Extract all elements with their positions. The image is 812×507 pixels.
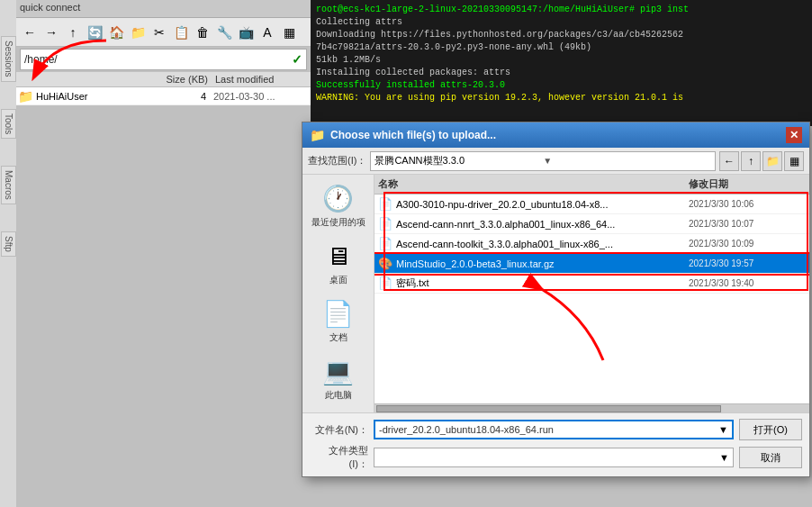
- filename-row: 文件名(N)： -driver_20.2.0_ubuntu18.04-x86_6…: [310, 419, 802, 440]
- nav-back-button[interactable]: ←: [719, 151, 739, 171]
- dialog-title-icon: 📁: [310, 128, 325, 142]
- table-row[interactable]: 📄 Ascend-cann-toolkit_3.3.0.alpha001_lin…: [374, 234, 809, 254]
- computer-label: 此电脑: [325, 389, 352, 402]
- column-size-header[interactable]: Size (KB): [149, 74, 212, 85]
- nav-new-folder-button[interactable]: 📁: [762, 151, 782, 171]
- open-button[interactable]: 打开(O): [739, 419, 802, 440]
- new-folder-button[interactable]: 📁: [128, 23, 148, 42]
- home-button[interactable]: 🏠: [106, 23, 126, 42]
- terminal-line-7: Successfully installed attrs-20.3.0: [316, 79, 807, 92]
- header-date: 修改日期: [689, 177, 806, 191]
- file-list-header: Size (KB) Last modified: [16, 72, 311, 87]
- file-date: 2021/3/30 10:07: [689, 219, 806, 229]
- up-button[interactable]: ↑: [63, 23, 83, 42]
- rename-button[interactable]: A: [257, 23, 277, 42]
- file-date: 2021/3/30 19:40: [689, 278, 806, 288]
- view-button[interactable]: ▦: [279, 23, 299, 42]
- terminal-line-5: 51kb 1.2MB/s: [316, 54, 807, 67]
- address-text: /home/: [24, 53, 58, 66]
- sidebar-item-macros[interactable]: Macros: [1, 166, 16, 204]
- documents-label: 文档: [329, 331, 347, 344]
- shortcut-documents[interactable]: 📄 文档: [306, 297, 371, 344]
- terminal-line-1: root@ecs-kc1-large-2-linux-2021033009514…: [316, 4, 807, 16]
- file-name: MindStudio_2.0.0-beta3_linux.tar.gz: [396, 258, 689, 269]
- table-row[interactable]: 📄 Ascend-cann-nnrt_3.3.0.alpha001_linux-…: [374, 214, 809, 234]
- back-button[interactable]: ←: [20, 23, 40, 42]
- file-icon: 📄: [378, 217, 392, 231]
- horizontal-scrollbar[interactable]: [374, 403, 809, 412]
- terminal-line-6: Installing collected packages: attrs: [316, 67, 807, 79]
- recent-icon: 🕐: [322, 182, 355, 214]
- upload-dialog: 📁 Choose which file(s) to upload... ✕ 查找…: [302, 122, 810, 477]
- filetype-combo[interactable]: ▼: [374, 448, 734, 467]
- dialog-close-button[interactable]: ✕: [786, 127, 802, 143]
- left-toolbar: ← → ↑ 🔄 🏠 📁 ✂ 📋 🗑 🔧 📺 A ▦: [16, 18, 311, 47]
- address-bar[interactable]: /home/ ✓: [20, 49, 307, 70]
- dialog-toolbar: 查找范围(I)： 景腾CANN模型3.3.0 ▼ ← ↑ 📁 ▦: [302, 148, 809, 175]
- mindstudio-file-icon: 🎨: [378, 257, 392, 270]
- file-date: 2021/3/30 10:06: [689, 199, 806, 209]
- left-file-panel: quick connect ← → ↑ 🔄 🏠 📁 ✂ 📋 🗑 🔧 📺 A ▦ …: [16, 0, 311, 507]
- sidebar-item-tools[interactable]: Tools: [1, 109, 16, 139]
- file-name: A300-3010-npu-driver_20.2.0_ubuntu18.04-…: [396, 199, 689, 210]
- sidebar-item-sessions[interactable]: Sessions: [1, 36, 16, 82]
- recent-label: 最近使用的项: [311, 216, 365, 229]
- copy-button[interactable]: 📋: [171, 23, 191, 42]
- dialog-body: 🕐 最近使用的项 🖥 桌面 📄 文档 💻 此电脑 名称 修改日期: [302, 175, 809, 412]
- filetype-dropdown-icon: ▼: [719, 452, 729, 463]
- filetype-label: 文件类型(I)：: [310, 444, 368, 471]
- shortcut-computer[interactable]: 💻 此电脑: [306, 355, 371, 402]
- table-row[interactable]: 📄 A300-3010-npu-driver_20.2.0_ubuntu18.0…: [374, 195, 809, 214]
- cancel-button[interactable]: 取消: [739, 447, 802, 468]
- file-list-content: 📄 A300-3010-npu-driver_20.2.0_ubuntu18.0…: [374, 195, 809, 403]
- nav-up-button[interactable]: ↑: [741, 151, 761, 171]
- forward-button[interactable]: →: [41, 23, 61, 42]
- file-name: 密码.txt: [396, 276, 689, 290]
- nav-view-button[interactable]: ▦: [784, 151, 804, 171]
- location-combo[interactable]: 景腾CANN模型3.3.0 ▼: [370, 151, 716, 171]
- location-value: 景腾CANN模型3.3.0: [374, 154, 543, 167]
- computer-icon: 💻: [322, 355, 355, 387]
- column-name-header: [16, 74, 149, 85]
- combo-arrow-icon: ▼: [543, 156, 711, 166]
- terminal-panel: root@ecs-kc1-large-2-linux-2021033009514…: [311, 0, 812, 126]
- nav-buttons: ← ↑ 📁 ▦: [719, 151, 804, 171]
- shortcut-recent[interactable]: 🕐 最近使用的项: [306, 182, 371, 229]
- file-name: Ascend-cann-toolkit_3.3.0.alpha001_linux…: [396, 239, 689, 249]
- dialog-footer: 文件名(N)： -driver_20.2.0_ubuntu18.04-x86_6…: [302, 412, 809, 476]
- dialog-title: Choose which file(s) to upload...: [330, 129, 496, 141]
- file-name: 📁 HuHiAiUser: [18, 89, 147, 104]
- scrollbar-thumb[interactable]: [376, 405, 721, 412]
- table-row-selected[interactable]: 🎨 MindStudio_2.0.0-beta3_linux.tar.gz 20…: [374, 254, 809, 274]
- app-title: quick connect: [16, 0, 311, 18]
- documents-icon: 📄: [322, 297, 355, 330]
- properties-button[interactable]: 🔧: [214, 23, 234, 42]
- terminal-line-4: 7b4c79821a/attrs-20.3.0-py2.py3-none-any…: [316, 41, 807, 54]
- filetype-row: 文件类型(I)： ▼ 取消: [310, 444, 802, 471]
- refresh-button[interactable]: 🔄: [85, 23, 104, 42]
- terminal-line-2: Collecting attrs: [316, 16, 807, 29]
- column-modified-header[interactable]: Last modified: [212, 74, 311, 85]
- app-title-text: quick connect: [20, 2, 80, 13]
- desktop-label: 桌面: [329, 274, 347, 286]
- filename-input[interactable]: -driver_20.2.0_ubuntu18.04-x86_64.run ▼: [374, 420, 734, 439]
- terminal-line-3: Downloading https://files.pythonhosted.o…: [316, 29, 807, 41]
- sidebar-item-sftp[interactable]: Sftp: [1, 231, 16, 257]
- filename-dropdown-icon: ▼: [718, 424, 728, 435]
- delete-button[interactable]: 🗑: [193, 23, 212, 42]
- header-name: 名称: [378, 177, 689, 191]
- file-icon: 📄: [378, 197, 392, 211]
- file-list-header: 名称 修改日期: [374, 175, 809, 195]
- location-label: 查找范围(I)：: [308, 154, 366, 167]
- file-modified: 2021-03-30 ...: [210, 91, 309, 102]
- file-icon: 📄: [378, 276, 392, 290]
- terminal-button[interactable]: 📺: [236, 23, 256, 42]
- desktop-icon: 🖥: [322, 240, 355, 272]
- table-row[interactable]: 📄 密码.txt 2021/3/30 19:40: [374, 274, 809, 294]
- side-tabs: Sessions Tools Macros Sftp: [0, 0, 16, 507]
- list-item[interactable]: 📁 HuHiAiUser 4 2021-03-30 ...: [16, 87, 311, 105]
- cut-button[interactable]: ✂: [149, 23, 169, 42]
- shortcut-desktop[interactable]: 🖥 桌面: [306, 240, 371, 286]
- left-file-list: 📁 HuHiAiUser 4 2021-03-30 ...: [16, 87, 311, 105]
- dialog-file-area: 名称 修改日期 📄 A300-3010-npu-driver_20.2.0_ub…: [374, 175, 809, 412]
